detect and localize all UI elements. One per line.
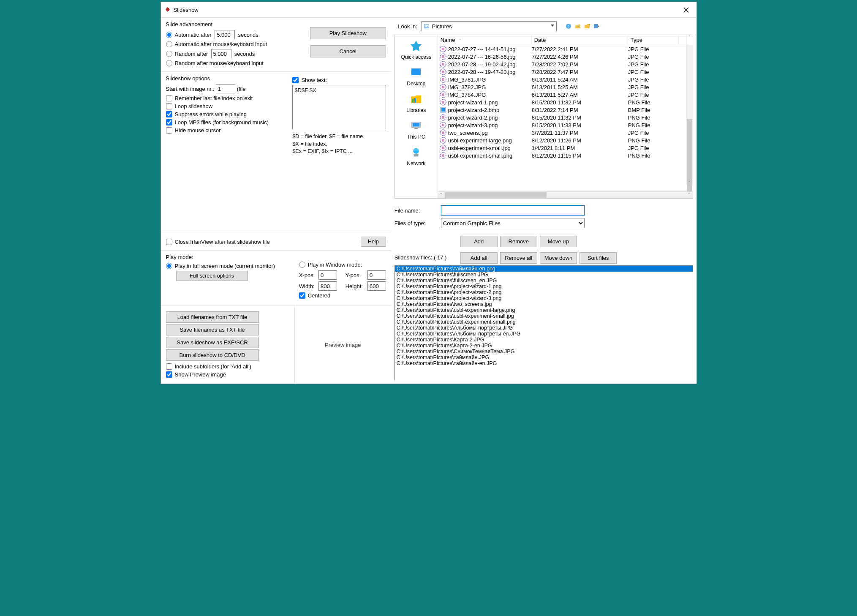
file-row[interactable]: IMG_3784.JPG6/13/2011 5:27 AMJPG File [438, 91, 693, 98]
xpos-input[interactable] [318, 270, 337, 280]
burn-cd-button[interactable]: Burn slideshow to CD/DVD [166, 349, 259, 361]
file-row[interactable]: 2022-07-27 --- 14-41-51.jpg7/27/2022 2:4… [438, 45, 693, 53]
file-row[interactable]: usbl-experiment-large.png8/12/2020 11:26… [438, 136, 693, 144]
start-nr-input[interactable] [216, 84, 235, 93]
place-desktop[interactable]: Desktop [407, 66, 425, 87]
check-loop-mp3[interactable]: Loop MP3 files (for background music) [166, 119, 269, 125]
radio-random-input[interactable]: Random after mouse/keyboard input [166, 60, 264, 66]
slideshow-file-item[interactable]: C:\Users\tomat\Pictures\Карта-2.JPG [395, 337, 693, 343]
play-slideshow-button[interactable]: Play Slideshow [310, 27, 386, 39]
svg-rect-32 [441, 108, 445, 112]
close-button[interactable] [680, 4, 693, 16]
slideshow-file-item[interactable]: C:\Users\tomat\Pictures\Альбомы-портреты… [395, 331, 693, 337]
file-row[interactable]: project-wizard-2.bmp8/31/2022 7:14 PMBMP… [438, 106, 693, 114]
svg-rect-30 [442, 101, 444, 104]
slideshow-file-item[interactable]: C:\Users\tomat\Pictures\fullscreen_en.JP… [395, 278, 693, 283]
file-row[interactable]: project-wizard-1.png8/15/2020 11:32 PMPN… [438, 98, 693, 106]
place-network[interactable]: Network [407, 146, 425, 166]
add-button[interactable]: Add [460, 236, 498, 247]
file-row[interactable]: two_screens.jpg3/7/2021 11:37 PMJPG File [438, 129, 693, 136]
file-icon [440, 84, 446, 90]
file-row[interactable]: 2022-07-28 --- 19-47-20.jpg7/28/2022 7:4… [438, 68, 693, 76]
place-this-pc[interactable]: This PC [407, 119, 425, 140]
slideshow-file-item[interactable]: C:\Users\tomat\Pictures\project-wizard-3… [395, 295, 693, 301]
removeall-button[interactable]: Remove all [500, 252, 537, 264]
file-row[interactable]: IMG_3782.JPG6/13/2011 5:25 AMJPG File [438, 83, 693, 91]
new-folder-icon[interactable]: ✦ [584, 23, 590, 30]
remove-button[interactable]: Remove [500, 236, 537, 247]
check-hide-cursor[interactable]: Hide mouse cursor [166, 127, 221, 134]
slideshow-dialog: Slideshow Slide advancement Automatic af… [161, 2, 697, 384]
check-show-text[interactable]: Show text: [292, 77, 327, 83]
svg-point-3 [566, 24, 571, 29]
file-header[interactable]: Name˄ Date Type ˄ [438, 35, 693, 45]
slideshow-file-item[interactable]: C:\Users\tomat\Pictures\project-wizard-2… [395, 289, 693, 295]
svg-rect-9 [414, 98, 416, 103]
check-suppress-errors[interactable]: Suppress errors while playing [166, 111, 247, 117]
file-list[interactable]: ˅ 2022-07-27 --- 14-41-51.jpg7/27/2022 2… [438, 45, 693, 191]
cancel-button[interactable]: Cancel [310, 45, 386, 57]
load-from-txt-button[interactable]: Load filenames from TXT file [166, 311, 259, 323]
file-row[interactable]: 2022-07-27 --- 16-26-56.jpg7/27/2022 4:2… [438, 53, 693, 60]
check-loop-slideshow[interactable]: Loop slideshow [166, 103, 213, 109]
place-quick-access[interactable]: Quick access [401, 39, 431, 60]
slideshow-file-item[interactable]: C:\Users\tomat\Pictures\таймлайн-en.JPG [395, 360, 693, 366]
horizontal-scrollbar[interactable]: ˂˃ [438, 191, 693, 198]
help-button[interactable]: Help [361, 237, 386, 247]
filename-input[interactable] [441, 205, 585, 215]
filetype-combo[interactable]: Common Graphic Files [441, 218, 585, 228]
slideshow-file-item[interactable]: C:\Users\tomat\Pictures\usbl-experiment-… [395, 319, 693, 325]
check-show-preview[interactable]: Show Preview image [166, 371, 226, 378]
text-pattern-input[interactable]: $D$F $X [292, 85, 386, 129]
slideshow-file-item[interactable]: C:\Users\tomat\Pictures\project-wizard-1… [395, 283, 693, 289]
fullscreen-options-button[interactable]: Full screen options [176, 271, 248, 281]
movedown-button[interactable]: Move down [540, 252, 577, 264]
slideshow-file-item[interactable]: C:\Users\tomat\Pictures\СнимокТемнаяТема… [395, 349, 693, 354]
file-row[interactable]: project-wizard-3.png8/15/2020 11:33 PMPN… [438, 121, 693, 129]
radio-window-mode[interactable]: Play in Window mode: [299, 262, 362, 268]
radio-fullscreen[interactable]: Play in full screen mode (current monito… [166, 263, 275, 269]
width-input[interactable] [318, 281, 337, 291]
slideshow-file-item[interactable]: C:\Users\tomat\Pictures\two_screens.jpg [395, 301, 693, 307]
save-as-exe-button[interactable]: Save slideshow as EXE/SCR [166, 337, 259, 348]
auto-after-seconds-input[interactable] [215, 30, 235, 39]
svg-rect-6 [412, 69, 421, 75]
slideshow-file-item[interactable]: C:\Users\tomat\Pictures\Альбомы-портреты… [395, 325, 693, 331]
random-after-seconds-input[interactable] [211, 49, 231, 58]
file-row[interactable]: 2022-07-28 --- 19-02-42.jpg7/28/2022 7:0… [438, 60, 693, 68]
moveup-button[interactable]: Move up [540, 236, 577, 247]
radio-auto-after[interactable]: Automatic after [166, 32, 212, 38]
radio-auto-input[interactable]: Automatic after mouse/keyboard input [166, 41, 267, 47]
back-icon[interactable] [565, 23, 572, 30]
ypos-input[interactable] [367, 270, 386, 280]
file-icon [440, 137, 446, 144]
slideshow-file-item[interactable]: C:\Users\tomat\Pictures\Карта-2-en.JPG [395, 343, 693, 349]
file-icon [440, 144, 446, 151]
check-close-after-last[interactable]: Close IrfanView after last slideshow fil… [166, 239, 270, 245]
slideshow-file-item[interactable]: C:\Users\tomat\Pictures\таймлайн.JPG [395, 354, 693, 360]
radio-random-after[interactable]: Random after [166, 51, 208, 57]
save-as-txt-button[interactable]: Save filenames as TXT file [166, 324, 259, 335]
sort-button[interactable]: Sort files [579, 252, 617, 264]
file-row[interactable]: IMG_3781.JPG6/13/2011 5:24 AMJPG File [438, 76, 693, 83]
scroll-up-icon[interactable]: ˄ [686, 35, 693, 45]
height-input[interactable] [367, 281, 386, 291]
addall-button[interactable]: Add all [460, 252, 498, 264]
slideshow-file-item[interactable]: C:\Users\tomat\Pictures\usbl-experiment-… [395, 307, 693, 313]
vertical-scrollbar[interactable]: ˅ [686, 45, 693, 185]
check-centered[interactable]: Centered [299, 292, 330, 299]
view-menu-icon[interactable] [593, 23, 600, 30]
check-remember-index[interactable]: Remember last file index on exit [166, 95, 253, 101]
file-row[interactable]: usbl-experiment-small.png8/12/2020 11:15… [438, 152, 693, 159]
check-include-subfolders[interactable]: Include subfolders (for 'Add all') [166, 363, 251, 370]
file-row[interactable]: project-wizard-2.png8/15/2020 11:32 PMPN… [438, 114, 693, 121]
slideshow-file-item[interactable]: C:\Users\tomat\Pictures\fullscreen.JPG [395, 272, 693, 278]
slideshow-files-header: Slideshow files: ( 17 ) [394, 254, 458, 261]
slideshow-file-item[interactable]: C:\Users\tomat\Pictures\таймлайн-en.png [395, 266, 693, 272]
slideshow-file-item[interactable]: C:\Users\tomat\Pictures\usbl-experiment-… [395, 313, 693, 319]
lookin-combo[interactable]: Pictures [422, 21, 557, 31]
place-libraries[interactable]: Libraries [406, 93, 426, 113]
slideshow-files-list[interactable]: C:\Users\tomat\Pictures\таймлайн-en.pngC… [394, 265, 693, 380]
file-row[interactable]: usbl-experiment-small.jpg1/4/2021 8:11 P… [438, 144, 693, 152]
up-icon[interactable] [574, 23, 581, 30]
